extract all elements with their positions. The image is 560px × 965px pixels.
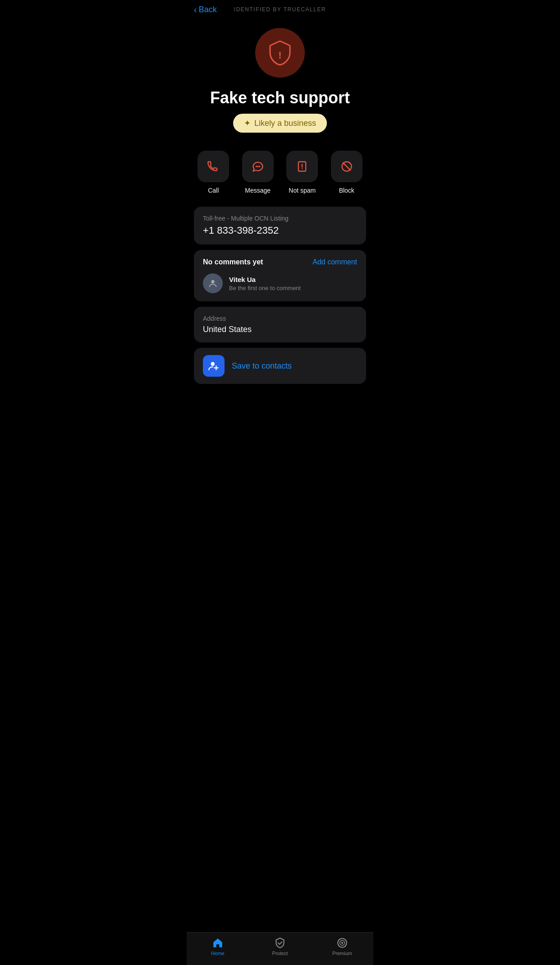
- not-spam-icon: [296, 160, 308, 173]
- block-icon: [340, 160, 353, 173]
- back-button[interactable]: ‹ Back: [194, 5, 217, 15]
- comment-content: Vitek Ua Be the first one to comment: [229, 276, 301, 291]
- not-spam-button-bg: [286, 151, 318, 182]
- message-button-bg: [242, 151, 274, 182]
- call-icon: [207, 160, 220, 173]
- save-contacts-icon-wrap: [203, 355, 225, 377]
- comments-title: No comments yet: [203, 258, 263, 266]
- phone-number: +1 833-398-2352: [203, 225, 357, 236]
- svg-text:!: !: [278, 50, 281, 61]
- svg-point-6: [302, 168, 303, 169]
- add-contact-icon: [208, 360, 220, 372]
- shield-warning-icon: !: [266, 39, 294, 66]
- comments-header: No comments yet Add comment: [203, 258, 357, 266]
- back-label: Back: [199, 5, 217, 14]
- save-contacts-card[interactable]: Save to contacts: [194, 348, 366, 384]
- add-comment-button[interactable]: Add comment: [312, 258, 357, 266]
- header: ‹ Back IDENTIFIED BY TRUECALLER: [187, 0, 373, 19]
- svg-point-2: [257, 166, 259, 167]
- svg-point-3: [259, 166, 261, 167]
- call-button[interactable]: Call: [197, 151, 229, 194]
- svg-line-8: [343, 163, 350, 170]
- phone-card: Toll-free - Multiple OCN Listing +1 833-…: [194, 207, 366, 245]
- not-spam-button[interactable]: Not spam: [286, 151, 318, 194]
- message-label: Message: [245, 187, 271, 194]
- call-label: Call: [208, 187, 219, 194]
- svg-point-1: [256, 166, 257, 167]
- svg-point-9: [211, 280, 214, 283]
- caller-name: Fake tech support: [201, 88, 359, 107]
- back-chevron-icon: ‹: [194, 5, 197, 15]
- block-label: Block: [339, 187, 354, 194]
- user-icon: [208, 278, 218, 288]
- action-buttons-row: Call Message Not spam: [187, 140, 373, 201]
- message-icon: [252, 160, 264, 173]
- caller-avatar: !: [255, 28, 305, 78]
- likely-business-label: ✦ Likely a business: [233, 114, 327, 133]
- header-title: IDENTIFIED BY TRUECALLER: [234, 6, 326, 13]
- block-button-bg: [331, 151, 363, 182]
- block-button[interactable]: Block: [331, 151, 363, 194]
- address-card: Address United States: [194, 307, 366, 342]
- phone-carrier-label: Toll-free - Multiple OCN Listing: [203, 215, 357, 222]
- caller-profile-section: ! Fake tech support ✦ Likely a business: [187, 19, 373, 140]
- call-button-bg: [197, 151, 229, 182]
- comment-prompt: Be the first one to comment: [229, 285, 301, 291]
- comment-username: Vitek Ua: [229, 276, 301, 283]
- comments-card: No comments yet Add comment Vitek Ua Be …: [194, 250, 366, 301]
- message-button[interactable]: Message: [242, 151, 274, 194]
- svg-point-10: [211, 362, 215, 366]
- comment-row: Vitek Ua Be the first one to comment: [203, 273, 357, 293]
- address-label: Address: [203, 315, 357, 322]
- sparkle-icon: ✦: [244, 118, 251, 128]
- not-spam-label: Not spam: [289, 187, 316, 194]
- business-badge: ✦ Likely a business: [233, 114, 327, 133]
- address-value: United States: [203, 325, 357, 334]
- save-contacts-label: Save to contacts: [232, 361, 292, 371]
- comment-avatar: [203, 273, 223, 293]
